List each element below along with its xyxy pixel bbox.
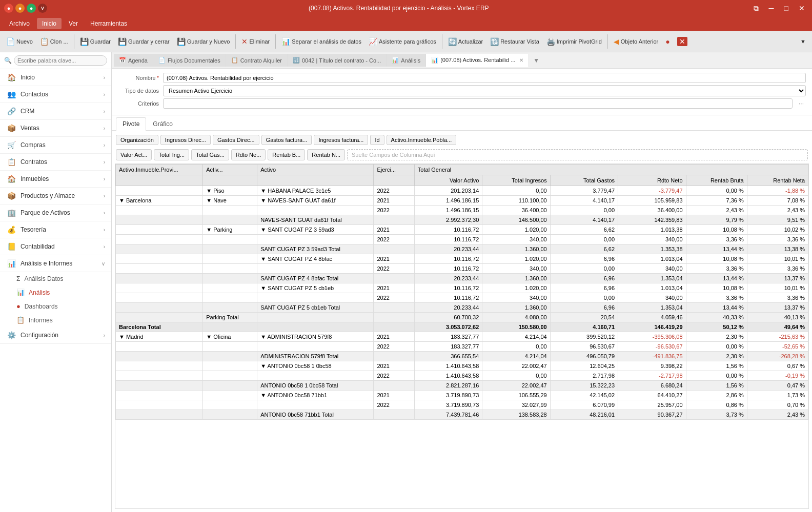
th-ejercicio[interactable]: Ejerci... (374, 165, 414, 175)
cell-rdto-neto: 340,00 (618, 293, 686, 303)
close-red-button[interactable]: ✕ (674, 35, 691, 48)
menu-ver[interactable]: Ver (64, 18, 83, 29)
asistente-button[interactable]: 📈 Asistente para gráficos (366, 35, 439, 48)
field-rentab-bruta[interactable]: Rentab B... (268, 149, 305, 160)
sidebar-item-contratos[interactable]: 📋 Contratos › (0, 154, 111, 171)
close-btn[interactable]: ✕ (796, 3, 808, 14)
tab-contrato-alquiler[interactable]: 📋 Contrato Alquiler (226, 54, 288, 67)
nuevo-button[interactable]: 📄 Nuevo (3, 35, 36, 48)
field-id[interactable]: Id (370, 135, 384, 145)
sidebar-item-contabilidad[interactable]: 📒 Contabilidad › (0, 238, 111, 255)
field-total-ing[interactable]: Total Ing... (154, 149, 189, 160)
compras-icon: 🛒 (6, 141, 16, 149)
field-total-gas[interactable]: Total Gas... (191, 149, 229, 160)
tipo-select[interactable]: Resumen Activo Ejercicio (163, 85, 806, 96)
cell-valor-activo: 10.116,72 (414, 283, 482, 293)
menu-archivo[interactable]: Archivo (4, 18, 35, 29)
imprimir-button[interactable]: 🖨️ Imprimir PivotGrid (543, 35, 605, 48)
field-ingresos-dir[interactable]: Ingresos Direc... (160, 135, 211, 145)
minimize-icon[interactable]: ● (15, 4, 25, 13)
close-icon[interactable]: ● (4, 4, 13, 13)
sidebar-item-contactos[interactable]: 👥 Contactos › (0, 86, 111, 103)
th-valor-activo[interactable]: Valor Activo (414, 175, 482, 186)
th-rentab-bruta[interactable]: Rentab Bruta (686, 175, 747, 186)
criterios-input[interactable] (163, 98, 793, 109)
sub-tab-pivote[interactable]: Pivote (116, 117, 146, 131)
configuracion-icon: ⚙️ (6, 331, 16, 339)
cell-ejercicio (374, 381, 414, 391)
field-organizacion[interactable]: Organización (116, 135, 158, 145)
field-inmueble-pobla[interactable]: Activo.Inmueble.Pobla... (387, 135, 457, 145)
criterios-dots[interactable]: ··· (797, 100, 806, 107)
cell-rentab-neta: 1,73 % (747, 391, 808, 400)
guardar-cerrar-button[interactable]: 💾 Guardar y cerrar (115, 35, 173, 48)
maximize-btn[interactable]: □ (781, 3, 791, 14)
cell-total-gastos: 0,00 (550, 264, 618, 274)
cell-rdto-neto: 90.367,27 (618, 410, 686, 420)
actualizar-button[interactable]: 🔄 Actualizar (445, 35, 486, 48)
sidebar-item-inicio[interactable]: 🏠 Inicio › (0, 69, 111, 86)
search-input[interactable] (14, 55, 107, 66)
cell-activo (257, 371, 374, 381)
field-rdto-neto[interactable]: Rdto Ne... (231, 149, 266, 160)
sidebar-sub-analisis[interactable]: 📊 Análisis (0, 285, 111, 299)
table-row: 2022 10.116,72 340,00 0,00 340,00 3,36 %… (116, 264, 808, 274)
sidebar-item-ventas[interactable]: 📦 Ventas › (0, 120, 111, 137)
maximize-icon[interactable]: ● (27, 4, 36, 13)
separar-button[interactable]: 📊 Separar el análisis de datos (278, 35, 364, 48)
sub-tab-grafico[interactable]: Gráfico (146, 117, 179, 130)
sidebar-item-parque[interactable]: 🏢 Parque de Activos › (0, 204, 111, 221)
eliminar-button[interactable]: ✕ Eliminar (238, 35, 273, 48)
sidebar-item-productos[interactable]: 📦 Productos y Almace › (0, 188, 111, 204)
menu-herramientas[interactable]: Herramientas (85, 18, 132, 29)
guardar-button[interactable]: 💾 Guardar (77, 35, 114, 48)
restore-btn[interactable]: ⧉ (750, 3, 762, 14)
menu-inicio[interactable]: Inicio (37, 18, 62, 29)
inicio-icon: 🏠 (6, 73, 16, 81)
field-gastos-dir[interactable]: Gastos Direc... (213, 135, 259, 145)
tab-analisis[interactable]: 📊 Análisis (387, 54, 426, 67)
th-provincia[interactable]: Activo.Inmueble.Provi... (116, 165, 203, 175)
nombre-input[interactable] (163, 73, 806, 83)
tab-flujos[interactable]: 📄 Flujos Documentales (153, 54, 226, 67)
sidebar-sub-dashboards[interactable]: ● Dashboards (0, 299, 111, 313)
minimize-btn[interactable]: ─ (766, 3, 777, 14)
restaurar-button[interactable]: 🔃 Restaurar Vista (487, 35, 542, 48)
sidebar-sub-informes[interactable]: 📋 Informes (0, 313, 111, 327)
sidebar-item-configuracion[interactable]: ⚙️ Configuración › (0, 327, 111, 344)
th-total-ingresos[interactable]: Total Ingresos (482, 175, 550, 186)
tab-activos-rentabilidad[interactable]: 📊 (007.08) Activos. Rentabilid ... ✕ (426, 54, 529, 67)
objeto-anterior-red-button[interactable]: ● (662, 35, 673, 48)
field-valor-act[interactable]: Valor Act... (116, 149, 152, 160)
sidebar-item-inmuebles[interactable]: 🏠 Inmuebles › (0, 171, 111, 188)
cell-total-ingresos: 150.580,00 (482, 322, 550, 332)
field-gastos-fact[interactable]: Gastos factura... (261, 135, 312, 145)
th-total-gastos[interactable]: Total Gastos (550, 175, 618, 186)
toolbar-expand-btn[interactable]: ▼ (797, 36, 809, 47)
sidebar-sub-analisis-datos[interactable]: Σ Análisis Datos (0, 272, 111, 285)
cell-ejercicio: 2022 (374, 371, 414, 381)
th-rentab-neta[interactable]: Rentab Neta (747, 175, 808, 186)
tab-close-icon[interactable]: ✕ (519, 57, 523, 63)
tab-0042[interactable]: 🔢 0042 | Título del contrato - Co... (288, 54, 387, 67)
sidebar-item-tesoreria[interactable]: 💰 Tesorería › (0, 221, 111, 238)
th-rdto-neto[interactable]: Rdto Neto (618, 175, 686, 186)
productos-label: Productos y Almace (21, 192, 75, 199)
sidebar-item-crm[interactable]: 🔗 CRM › (0, 103, 111, 120)
th-activ[interactable]: Activ... (203, 165, 257, 175)
sidebar-item-compras[interactable]: 🛒 Compras › (0, 137, 111, 154)
tab-analisis-icon: 📊 (392, 57, 399, 64)
tabs-dropdown[interactable]: ▼ (529, 55, 543, 66)
field-rentab-neta[interactable]: Rentab N... (307, 149, 345, 160)
guardar-nuevo-button[interactable]: 💾 Guardar y Nuevo (174, 35, 233, 48)
objeto-anterior-button[interactable]: ◀ Objeto Anterior (611, 35, 661, 48)
tab-agenda[interactable]: 📅 Agenda (114, 54, 153, 67)
sidebar-item-analisis[interactable]: 📊 Análisis e Informes ∨ (0, 255, 111, 272)
th-activo2 (257, 175, 374, 186)
clon-button[interactable]: 📋 Clon ... (37, 35, 71, 48)
cell-total-ingresos: 1.360,00 (482, 244, 550, 254)
cell-rentab-neta: -268,28 % (747, 352, 808, 361)
th-activo[interactable]: Activo (257, 165, 374, 175)
field-ingresos-fact[interactable]: Ingresos factura... (314, 135, 368, 145)
data-table-container[interactable]: Activo.Inmueble.Provi... Activ... Activo… (115, 163, 809, 509)
